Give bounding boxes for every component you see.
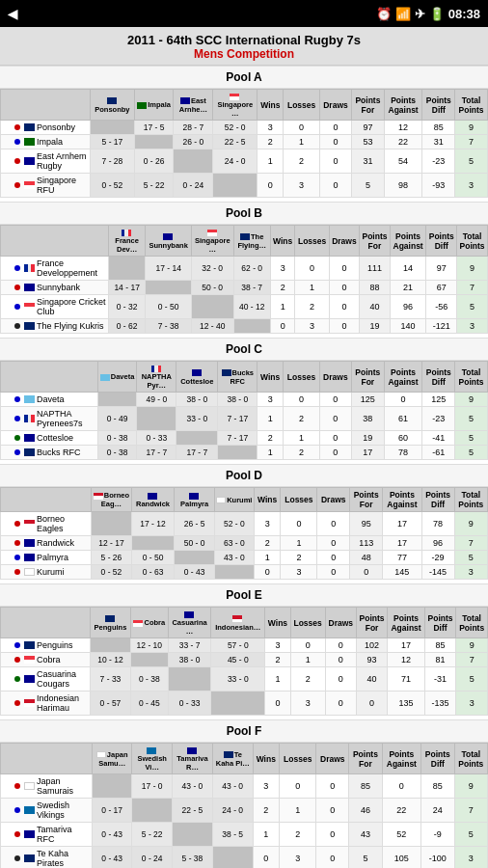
score-cell: 52 - 0 bbox=[214, 512, 254, 536]
stat-cell: 61 bbox=[384, 407, 422, 431]
stat-cell: 0 bbox=[350, 565, 383, 580]
team-flag bbox=[24, 641, 35, 649]
col-stat: Losses bbox=[284, 90, 320, 121]
table-row: Cottesloe0 - 380 - 337 - 172101960-415 bbox=[1, 431, 488, 446]
back-icon[interactable]: ◀ bbox=[8, 7, 17, 21]
stat-cell: 21 bbox=[390, 281, 425, 295]
score-cell: 38 - 0 bbox=[168, 653, 210, 667]
stat-cell: 0 bbox=[295, 257, 329, 281]
col-team-header-2: Casuarina … bbox=[168, 608, 210, 638]
score-cell bbox=[92, 512, 131, 536]
stat-cell: 3 bbox=[270, 257, 294, 281]
team-flag bbox=[24, 448, 35, 456]
team-name-text: East Arnhem Rugby bbox=[37, 151, 89, 171]
stat-cell: 22 bbox=[384, 135, 422, 149]
team-name-cell: East Arnhem Rugby bbox=[1, 149, 91, 174]
stat-cell: 85 bbox=[424, 638, 456, 653]
score-cell: 12 - 10 bbox=[130, 638, 168, 653]
stat-cell: 14 bbox=[390, 257, 425, 281]
score-cell: 0 - 17 bbox=[92, 799, 132, 823]
stat-cell: 1 bbox=[258, 149, 284, 174]
team-name-cell: Te Kaha Pirates bbox=[1, 847, 93, 869]
score-cell bbox=[211, 692, 265, 716]
col-team-header-0: Penguins bbox=[91, 608, 130, 638]
app-title: 2011 - 64th SCC International Rugby 7s bbox=[2, 33, 486, 47]
table-row: The Flying Kukris0 - 627 - 3812 - 400301… bbox=[1, 319, 488, 334]
score-cell: 17 - 0 bbox=[132, 774, 173, 799]
score-cell: 57 - 0 bbox=[211, 638, 265, 653]
stat-cell: 140 bbox=[390, 319, 425, 334]
stat-cell: 3 bbox=[454, 847, 487, 869]
col-stat: Draws bbox=[319, 362, 351, 393]
col-team bbox=[1, 488, 92, 512]
team-flag bbox=[24, 520, 35, 528]
table-row: Te Kaha Pirates0 - 430 - 245 - 380305105… bbox=[1, 847, 488, 869]
stat-cell: 5 bbox=[455, 431, 488, 446]
score-cell: 45 - 0 bbox=[211, 653, 265, 667]
col-stat: Wins bbox=[254, 488, 280, 512]
score-cell bbox=[168, 667, 210, 692]
score-cell bbox=[214, 565, 254, 580]
stat-cell: 105 bbox=[382, 847, 421, 869]
col-team bbox=[1, 362, 98, 393]
stat-cell: 19 bbox=[360, 319, 391, 334]
table-row: Palmyra5 - 260 - 5043 - 01204877-295 bbox=[1, 551, 488, 565]
team-flag bbox=[24, 181, 35, 189]
score-cell: 38 - 7 bbox=[233, 281, 270, 295]
stat-cell: 7 bbox=[457, 281, 488, 295]
stat-cell: 0 bbox=[329, 257, 359, 281]
score-cell: 0 - 26 bbox=[134, 149, 174, 174]
score-cell: 0 - 50 bbox=[131, 551, 175, 565]
score-cell: 17 - 14 bbox=[146, 257, 192, 281]
stat-cell: 85 bbox=[421, 774, 454, 799]
table-row: East Arnhem Rugby7 - 280 - 2624 - 012031… bbox=[1, 149, 488, 174]
team-flag bbox=[24, 830, 35, 838]
score-cell: 22 - 5 bbox=[213, 135, 258, 149]
score-cell: 7 - 17 bbox=[218, 431, 258, 446]
alarm-icon: ⏰ bbox=[376, 7, 392, 21]
score-cell: 5 - 22 bbox=[132, 823, 173, 847]
stat-cell: 125 bbox=[351, 393, 384, 407]
stat-cell: 0 bbox=[284, 121, 320, 135]
score-cell: 50 - 0 bbox=[175, 536, 214, 551]
team-flag bbox=[24, 395, 35, 403]
score-cell: 5 - 38 bbox=[172, 847, 212, 869]
stat-cell: 31 bbox=[352, 149, 385, 174]
score-cell: 0 - 50 bbox=[146, 295, 192, 319]
col-team-header-1: Impala bbox=[134, 90, 174, 121]
score-cell: 38 - 0 bbox=[176, 393, 218, 407]
score-cell: 24 - 0 bbox=[212, 799, 253, 823]
stat-cell: 3 bbox=[258, 121, 284, 135]
stat-cell: 78 bbox=[421, 512, 454, 536]
score-cell: 17 - 7 bbox=[137, 446, 176, 460]
stat-cell: -29 bbox=[421, 551, 454, 565]
col-team-header-0: Borneo Eag… bbox=[92, 488, 131, 512]
score-cell: 12 - 17 bbox=[92, 536, 131, 551]
team-flag bbox=[24, 264, 35, 272]
stat-cell: 1 bbox=[270, 295, 294, 319]
col-stat: Wins bbox=[258, 362, 284, 393]
stat-cell: -56 bbox=[426, 295, 457, 319]
pool-title-0: Pool A bbox=[0, 66, 488, 89]
team-name-text: Sunnybank bbox=[37, 283, 80, 292]
stat-cell: 0 bbox=[316, 799, 349, 823]
col-stat: Points Against bbox=[390, 226, 425, 257]
stat-cell: -93 bbox=[422, 174, 455, 198]
team-dot bbox=[14, 285, 20, 290]
score-cell: 0 - 57 bbox=[91, 692, 130, 716]
team-name-text: Japan Samurais bbox=[37, 776, 91, 796]
score-cell: 22 - 5 bbox=[172, 799, 212, 823]
col-team-header-3: The Flying… bbox=[233, 226, 270, 257]
team-name-text: Cottesloe bbox=[37, 433, 73, 443]
stat-cell: 0 bbox=[258, 174, 284, 198]
pool-section-1: Pool BFrance Dev…SunnybankSingapore …The… bbox=[0, 202, 488, 334]
stat-cell: 0 bbox=[317, 565, 350, 580]
stat-cell: 102 bbox=[356, 638, 388, 653]
score-cell: 0 - 24 bbox=[174, 174, 213, 198]
team-dot bbox=[14, 569, 20, 575]
team-name-cell: Penguins bbox=[1, 638, 91, 653]
table-row: Bucks RFC0 - 3817 - 717 - 71201778-615 bbox=[1, 446, 488, 460]
team-dot bbox=[14, 807, 20, 813]
score-cell: 0 - 38 bbox=[97, 446, 137, 460]
col-stat: Total Points bbox=[457, 226, 488, 257]
